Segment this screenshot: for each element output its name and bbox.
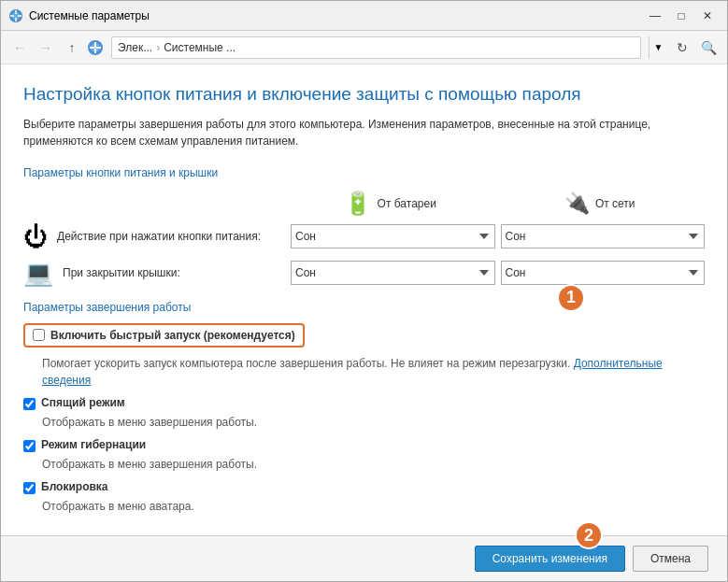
badge-2: 2 [575,521,603,549]
address-content: Элек... › Системные ... [118,41,635,54]
power-row-1: ⏻ Действие при нажатии кнопки питания: С… [23,222,705,251]
hibernate-item: Режим гибернации [23,438,705,452]
address-icon [87,39,104,56]
svg-rect-5 [94,49,96,53]
save-button[interactable]: Сохранить изменения [475,546,625,572]
minimize-button[interactable]: — [643,6,667,26]
power-section-label: Параметры кнопки питания и крышки [23,166,705,179]
back-button[interactable]: ← [8,36,31,59]
footer: 2 Сохранить изменения Отмена [1,535,727,581]
close-button[interactable]: ✕ [695,6,720,26]
nav-bar: ← → ↑ Элек... › Системные ... ▼ ↻ 🔍 [1,31,727,64]
fast-start-checkbox[interactable] [33,329,45,341]
row2-battery-dropdown-wrap: Сон Завершение работы Гибернация Ничего … [291,261,495,285]
content-area: Настройка кнопок питания и включение защ… [1,64,727,535]
maximize-button[interactable]: □ [669,6,693,26]
fast-start-desc-text: Помогает ускорить запуск компьютера посл… [42,357,570,370]
col-battery-header: 🔋 От батареи [285,191,495,217]
refresh-button[interactable]: ↻ [671,36,693,59]
svg-rect-4 [94,42,96,48]
row1-power-dropdown[interactable]: Сон Завершение работы Гибернация Ничего … [501,224,706,248]
sleep-label: Спящий режим [41,396,125,409]
row2-power-dropdown[interactable]: Сон Завершение работы Гибернация Ничего … [501,261,706,285]
battery-icon: 🔋 [344,191,372,217]
lock-desc: Отображать в меню аватара. [42,498,705,515]
row1-battery-dropdown-wrap: Сон Завершение работы Гибернация Ничего … [291,224,495,248]
sleep-desc: Отображать в меню завершения работы. [42,414,705,431]
power-row-1-label: Действие при нажатии кнопки питания: [57,229,261,245]
page-description: Выберите параметры завершения работы для… [23,116,705,149]
power-row-2-label: При закрытии крышки: [63,265,180,281]
title-bar-controls: — □ ✕ [643,6,720,26]
power-row-2-label-area: 💻 При закрытии крышки: [23,259,285,288]
fast-start-desc: Помогает ускорить запуск компьютера посл… [42,355,705,389]
address-separator: › [156,41,160,54]
lock-label: Блокировка [41,480,108,493]
lid-icon: 💻 [23,259,53,288]
lock-item: Блокировка [23,480,705,494]
up-button[interactable]: ↑ [61,36,83,59]
sleep-checkbox[interactable] [23,398,36,410]
power-grid-header: 🔋 От батареи 🔌 От сети [23,191,705,217]
power-row-2: 💻 При закрытии крышки: Сон Завершение ра… [23,259,705,288]
title-bar-text: Системные параметры [29,9,643,22]
col-power-label: От сети [595,197,635,210]
address-dropdown[interactable]: ▼ [649,36,667,59]
row2-power-dropdown-wrap: Сон Завершение работы Гибернация Ничего … [501,261,706,285]
main-window: Системные параметры — □ ✕ ← → ↑ Элек... … [0,0,728,582]
row2-battery-dropdown[interactable]: Сон Завершение работы Гибернация Ничего … [291,261,495,285]
shutdown-section-label: Параметры завершения работы [23,301,705,314]
search-box[interactable]: 🔍 [697,36,720,59]
hibernate-label: Режим гибернации [41,438,146,451]
address-part1: Элек... [118,41,152,54]
badge-1: 1 [557,284,585,312]
address-part2: Системные ... [164,41,236,54]
svg-rect-6 [90,47,94,49]
row1-battery-dropdown[interactable]: Сон Завершение работы Гибернация Ничего … [291,224,495,248]
fast-start-box: Включить быстрый запуск (рекомендуется) [23,323,305,348]
row1-power-dropdown-wrap: Сон Завершение работы Гибернация Ничего … [501,224,706,248]
title-bar: Системные параметры — □ ✕ [1,1,727,31]
address-bar[interactable]: Элек... › Системные ... [111,36,641,59]
power-icon: 🔌 [564,192,590,216]
cancel-button[interactable]: Отмена [633,546,708,572]
svg-rect-7 [96,47,101,49]
page-title: Настройка кнопок питания и включение защ… [23,83,705,106]
window-icon [8,8,23,23]
fast-start-wrapper: Включить быстрый запуск (рекомендуется) … [23,323,705,351]
hibernate-checkbox[interactable] [23,440,36,452]
fast-start-label: Включить быстрый запуск (рекомендуется) [50,329,295,342]
col-battery-label: От батареи [378,197,436,210]
power-button-icon: ⏻ [23,222,48,251]
hibernate-desc: Отображать в меню завершения работы. [42,456,705,473]
forward-button[interactable]: → [35,36,57,59]
col-power-header: 🔌 От сети [495,192,706,216]
sleep-item: Спящий режим [23,396,705,410]
lock-checkbox[interactable] [23,482,36,494]
power-row-1-label-area: ⏻ Действие при нажатии кнопки питания: [23,222,285,251]
